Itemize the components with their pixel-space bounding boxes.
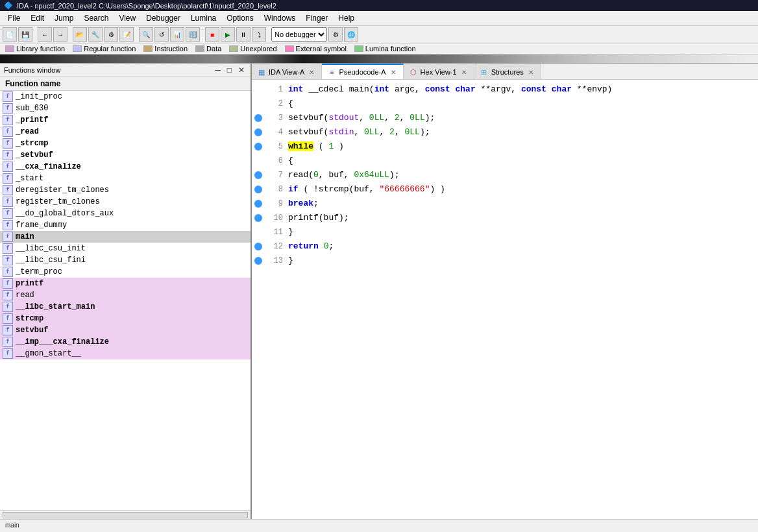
tab-icon: ⊞ [480,67,489,77]
tab-icon: ▦ [257,67,266,77]
function-list[interactable]: f_init_procfsub_630f_printff_readf_strcm… [0,91,251,510]
tab-close-btn[interactable]: ✕ [389,67,398,77]
load-btn[interactable]: 📂 [73,27,87,42]
patch-btn[interactable]: 🔧 [88,27,103,42]
function-item--term-proc[interactable]: f_term_proc [0,266,251,278]
breakpoint-dot[interactable] [254,128,262,136]
h-scroll-track[interactable] [3,512,248,518]
tab-close-btn[interactable]: ✕ [526,67,535,77]
function-item-printf[interactable]: fprintf [0,278,251,289]
function-item--setvbuf[interactable]: f_setvbuf [0,149,251,161]
title-bar: 🔷 IDA - npuctf_2020_level2 C:\Users\Spon… [0,0,758,11]
breakpoint-empty[interactable] [254,100,262,108]
new-btn[interactable]: 📄 [3,27,17,42]
close-functions-btn[interactable]: ✕ [236,66,247,75]
breakpoint-dot[interactable] [254,243,262,250]
menu-item-jump[interactable]: Jump [49,12,79,24]
tab-structures[interactable]: ⊞Structures✕ [474,64,541,79]
function-name: sub_630 [16,104,48,113]
function-item---gmon-start--[interactable]: f__gmon_start__ [0,348,251,359]
left-horizontal-scrollbar[interactable] [0,510,251,519]
tab-close-btn[interactable]: ✕ [459,67,469,77]
breakpoint-dot[interactable] [254,171,262,179]
function-item-frame-dummy[interactable]: fframe_dummy [0,219,251,231]
code-content: } [288,225,293,239]
function-item---imp---cxa-finalize[interactable]: f__imp___cxa_finalize [0,336,251,348]
function-name: setvbuf [16,326,48,335]
code-view[interactable]: 1int __cdecl main(int argc, const char *… [252,80,758,519]
fwd-btn[interactable]: → [53,27,67,42]
function-item--strcmp[interactable]: f_strcmp [0,138,251,149]
breakpoint-dot[interactable] [254,257,262,265]
function-item--read[interactable]: f_read [0,126,251,138]
menu-item-options[interactable]: Options [221,12,258,24]
menu-item-finger[interactable]: Finger [300,12,333,24]
function-item-sub-630[interactable]: fsub_630 [0,103,251,114]
function-icon: f [3,255,13,265]
tab-pseudocode-a[interactable]: ≡Pseudocode-A✕ [322,64,403,79]
legend-item: Instruction [143,45,188,53]
main-content: Functions window ─ □ ✕ Function name f_i… [0,64,758,519]
function-name: frame_dummy [16,221,67,230]
function-item--printf[interactable]: f_printf [0,114,251,126]
step-btn[interactable]: ⤵ [252,27,266,42]
function-item-main[interactable]: fmain [0,231,251,243]
function-item--start[interactable]: f_start [0,173,251,184]
tab-label: IDA View-A [269,68,304,76]
debugger-select[interactable]: No debugger [271,27,327,42]
save-btn[interactable]: 💾 [18,27,32,42]
function-icon: f [3,313,13,324]
breakpoint-empty[interactable] [254,157,262,165]
debug-settings-btn[interactable]: ⚙ [328,27,343,42]
menu-item-windows[interactable]: Windows [259,12,301,24]
tab-ida-view-a[interactable]: ▦IDA View-A✕ [252,64,322,79]
function-item-read[interactable]: fread [0,289,251,301]
breakpoint-dot[interactable] [254,114,262,122]
breakpoint-dot[interactable] [254,186,262,193]
app-title: IDA - npuctf_2020_level2 C:\Users\Sponge… [17,2,276,10]
run-btn[interactable]: ▶ [221,27,235,42]
code-content: break; [288,197,319,211]
menu-item-lumina[interactable]: Lumina [186,12,221,24]
function-item-setvbuf[interactable]: fsetvbuf [0,324,251,336]
assemble-btn[interactable]: ⚙ [104,27,118,42]
stop-btn[interactable]: ■ [205,27,219,42]
debug-remote-btn[interactable]: 🌐 [344,27,358,42]
pause-btn[interactable]: ⏸ [236,27,251,42]
tab-hex-view-1[interactable]: ⬡Hex View-1✕ [404,64,474,79]
function-item---do-global-dtors-aux[interactable]: f__do_global_dtors_aux [0,208,251,219]
back-btn[interactable]: ← [38,27,52,42]
code-content: setvbuf(stdout, 0LL, 2, 0LL); [288,111,435,125]
menu-item-file[interactable]: File [3,12,25,24]
breakpoint-dot[interactable] [254,143,262,151]
refresh-btn[interactable]: ↺ [154,27,169,42]
function-item---cxa-finalize[interactable]: f__cxa_finalize [0,161,251,173]
function-item---libc-start-main[interactable]: f__libc_start_main [0,301,251,313]
decompile-btn[interactable]: 🔍 [139,27,153,42]
menu-item-edit[interactable]: Edit [25,12,49,24]
breakpoint-empty[interactable] [254,228,262,236]
graph-btn[interactable]: 📊 [170,27,184,42]
function-item---libc-csu-init[interactable]: f__libc_csu_init [0,243,251,254]
function-name: __libc_csu_init [16,244,86,253]
code-panel: ▦IDA View-A✕≡Pseudocode-A✕⬡Hex View-1✕⊞S… [252,64,758,519]
restore-btn[interactable]: □ [225,66,234,75]
tab-close-btn[interactable]: ✕ [307,67,316,77]
menu-item-debugger[interactable]: Debugger [141,12,186,24]
function-item-strcmp[interactable]: fstrcmp [0,313,251,324]
breakpoint-empty[interactable] [254,86,262,93]
hex-btn[interactable]: 🔢 [186,27,200,42]
function-item-register-tm-clones[interactable]: fregister_tm_clones [0,196,251,208]
menu-item-view[interactable]: View [114,12,141,24]
function-icon: f [3,162,13,172]
breakpoint-dot[interactable] [254,200,262,208]
script-btn[interactable]: 📝 [119,27,134,42]
menu-item-search[interactable]: Search [79,12,114,24]
function-item-deregister-tm-clones[interactable]: fderegister_tm_clones [0,184,251,196]
menu-item-help[interactable]: Help [333,12,360,24]
minimize-btn[interactable]: ─ [213,66,223,75]
function-item--init-proc[interactable]: f_init_proc [0,91,251,103]
function-icon: f [3,348,13,359]
function-item---libc-csu-fini[interactable]: f__libc_csu_fini [0,254,251,266]
breakpoint-dot[interactable] [254,214,262,222]
